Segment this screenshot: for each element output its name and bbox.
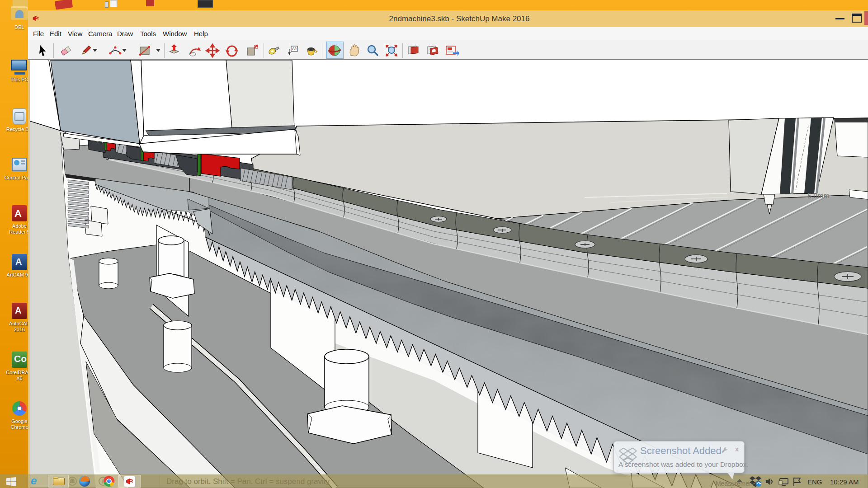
svg-text:5.0mm: 5.0mm <box>807 192 830 200</box>
svg-text:A1: A1 <box>292 47 297 51</box>
